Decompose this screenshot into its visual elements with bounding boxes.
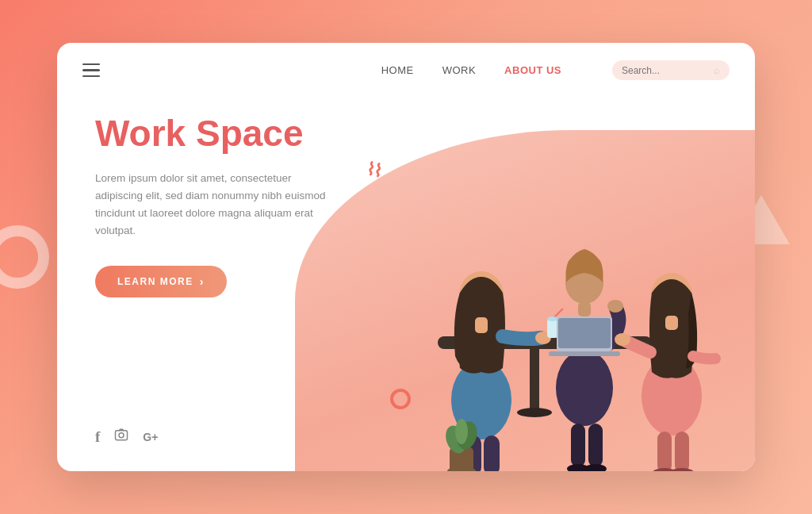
svg-rect-0 xyxy=(116,431,128,440)
facebook-icon[interactable]: f xyxy=(95,428,100,446)
search-input[interactable] xyxy=(622,65,709,76)
svg-point-19 xyxy=(556,350,613,426)
svg-rect-24 xyxy=(558,318,611,348)
svg-rect-35 xyxy=(675,432,689,471)
nav-work[interactable]: WORK xyxy=(442,64,476,76)
learn-more-label: LEARN MORE xyxy=(117,276,193,287)
search-bar[interactable]: ⌕ xyxy=(612,60,730,80)
navbar: HOME WORK ABOUT US ⌕ xyxy=(57,43,755,80)
svg-rect-16 xyxy=(547,319,558,338)
nav-about[interactable]: ABOUT US xyxy=(504,64,561,76)
nav-links: HOME WORK ABOUT US ⌕ xyxy=(381,60,730,80)
social-icons: f G+ xyxy=(95,428,158,446)
svg-point-33 xyxy=(615,333,630,346)
chevron-right-icon: › xyxy=(200,275,205,288)
nav-home[interactable]: HOME xyxy=(381,64,414,76)
hamburger-menu[interactable] xyxy=(82,63,100,78)
svg-rect-21 xyxy=(578,302,591,316)
svg-rect-7 xyxy=(475,317,488,333)
hero-illustration xyxy=(311,154,755,471)
svg-point-18 xyxy=(547,316,558,321)
svg-rect-26 xyxy=(571,424,585,467)
svg-rect-3 xyxy=(530,349,539,412)
instagram-icon[interactable] xyxy=(114,428,128,446)
svg-point-47 xyxy=(455,419,468,444)
google-plus-icon[interactable]: G+ xyxy=(143,431,158,443)
learn-more-button[interactable]: LEARN MORE › xyxy=(95,266,227,297)
hero-body-text: Lorem ipsum dolor sit amet, consectetuer… xyxy=(95,170,341,240)
svg-rect-25 xyxy=(549,351,620,356)
search-icon: ⌕ xyxy=(714,64,720,76)
svg-rect-32 xyxy=(665,316,678,330)
main-card: ⌇⌇ HOME WORK ABOUT US ⌕ Work Space Lorem… xyxy=(57,43,755,471)
svg-point-4 xyxy=(517,408,552,417)
svg-point-22 xyxy=(607,300,623,313)
page-title: Work Space xyxy=(95,113,717,154)
svg-point-29 xyxy=(584,464,607,471)
svg-rect-10 xyxy=(484,435,500,471)
svg-rect-27 xyxy=(588,424,603,467)
svg-point-1 xyxy=(119,433,124,438)
svg-rect-34 xyxy=(657,432,672,471)
